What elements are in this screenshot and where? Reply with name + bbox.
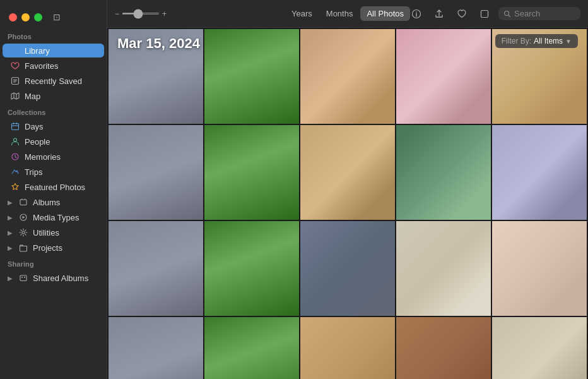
sidebar-item-map[interactable]: Map [3, 89, 104, 103]
photo-cell-14[interactable] [396, 221, 491, 316]
photo-cell-8[interactable] [300, 125, 395, 220]
sidebar-shared-albums-label: Shared Albums [33, 274, 88, 283]
photo-cell-12[interactable] [204, 221, 299, 316]
favorite-button[interactable] [453, 5, 471, 23]
sidebar-item-utilities[interactable]: ▶ Utilities [3, 226, 104, 239]
sidebar-item-favorites[interactable]: Favorites [3, 59, 104, 73]
sidebar-item-trips[interactable]: Trips [3, 165, 104, 179]
photo-cell-10[interactable] [492, 125, 587, 220]
search-box [498, 7, 580, 20]
sidebar-item-library[interactable]: Library [3, 44, 104, 57]
photo-cell-16[interactable] [109, 317, 203, 379]
photo-cell-11[interactable] [109, 221, 203, 316]
media-types-chevron: ▶ [8, 214, 13, 221]
utilities-chevron: ▶ [8, 229, 13, 236]
toolbar-left: − + [115, 9, 167, 18]
sidebar-projects-label: Projects [33, 243, 62, 253]
svg-point-15 [416, 11, 417, 13]
tab-years[interactable]: Years [285, 6, 319, 21]
minimize-button[interactable] [21, 13, 30, 21]
search-input[interactable] [514, 9, 571, 18]
photo-cell-13[interactable] [300, 221, 395, 316]
sidebar-memories-label: Memories [25, 152, 61, 162]
photo-grid-wrapper[interactable]: Filter By: All Items ▼ Mar 15, 2024 [107, 28, 588, 379]
svg-point-6 [14, 138, 17, 141]
photo-cell-1[interactable] [109, 29, 203, 124]
sidebar-media-types-label: Media Types [33, 213, 79, 222]
photo-cell-2[interactable] [204, 29, 299, 124]
photo-cell-17[interactable] [204, 317, 299, 379]
featured-photos-icon [10, 182, 20, 192]
photo-cell-4[interactable] [396, 29, 491, 124]
svg-rect-5 [12, 124, 19, 130]
photo-cell-19[interactable] [396, 317, 491, 379]
zoom-max-icon: + [162, 9, 167, 18]
trips-icon [10, 167, 20, 177]
sidebar-item-recently-saved[interactable]: Recently Saved [3, 74, 104, 88]
svg-point-17 [505, 11, 509, 15]
map-icon [10, 91, 20, 101]
sidebar-featured-photos-label: Featured Photos [25, 183, 85, 192]
zoom-min-icon: − [115, 9, 119, 18]
sidebar-item-albums[interactable]: ▶ Albums [3, 195, 104, 209]
svg-rect-11 [20, 275, 26, 281]
svg-point-13 [24, 277, 25, 278]
people-icon [10, 136, 20, 147]
photos-section-label: Photos [0, 28, 107, 43]
close-button[interactable] [9, 13, 17, 21]
sidebar-item-projects[interactable]: ▶ Projects [3, 241, 104, 255]
info-button[interactable] [408, 5, 425, 23]
main-area: − + Years Months All Photos [107, 0, 588, 379]
svg-rect-1 [16, 47, 20, 51]
svg-rect-0 [11, 47, 15, 51]
sidebar-library-label: Library [25, 46, 50, 56]
media-types-icon [18, 212, 28, 222]
photo-cell-6[interactable] [109, 125, 203, 220]
days-icon [10, 121, 20, 131]
zoom-slider: − + [115, 9, 167, 18]
library-icon [10, 45, 20, 56]
zoom-range-input[interactable] [122, 13, 160, 15]
maximize-button[interactable] [34, 13, 42, 21]
photo-cell-15[interactable] [492, 221, 587, 316]
svg-point-10 [22, 231, 25, 234]
svg-point-12 [21, 277, 23, 278]
sidebar-item-shared-albums[interactable]: ▶ Shared Albums [3, 271, 104, 285]
crop-button[interactable] [476, 5, 493, 23]
sidebar-item-media-types[interactable]: ▶ Media Types [3, 210, 104, 224]
albums-icon [18, 197, 28, 207]
sidebar-item-days[interactable]: Days [3, 119, 104, 133]
recently-saved-icon [10, 76, 20, 86]
sidebar-item-memories[interactable]: Memories [3, 150, 104, 164]
sidebar-item-featured-photos[interactable]: Featured Photos [3, 180, 104, 194]
svg-rect-2 [11, 51, 15, 55]
albums-chevron: ▶ [8, 199, 13, 206]
sidebar-people-label: People [25, 137, 50, 147]
traffic-lights [6, 13, 45, 21]
sidebar-map-label: Map [25, 92, 40, 101]
photo-cell-3[interactable] [300, 29, 395, 124]
filter-value: All Items [534, 37, 563, 45]
tab-all-photos[interactable]: All Photos [360, 6, 410, 21]
sidebar-albums-label: Albums [33, 198, 60, 207]
sidebar: ⊡ Photos Library Favorites [0, 0, 107, 379]
sidebar-utilities-label: Utilities [33, 228, 59, 238]
sidebar-favorites-label: Favorites [25, 61, 58, 71]
tab-group: Years Months All Photos [285, 6, 410, 21]
shared-albums-chevron: ▶ [8, 275, 13, 282]
photo-cell-9[interactable] [396, 125, 491, 220]
toolbar: − + Years Months All Photos [107, 0, 588, 28]
share-button[interactable] [430, 5, 448, 23]
sidebar-trips-label: Trips [25, 167, 42, 177]
photo-cell-20[interactable] [492, 317, 587, 379]
filter-button[interactable]: Filter By: All Items ▼ [495, 34, 578, 48]
photo-cell-7[interactable] [204, 125, 299, 220]
window-icon: ⊡ [50, 10, 64, 24]
projects-icon [18, 243, 28, 253]
sidebar-item-people[interactable]: People [3, 135, 104, 148]
svg-rect-16 [481, 10, 488, 17]
utilities-icon [18, 227, 28, 238]
tab-months[interactable]: Months [320, 6, 360, 21]
photo-cell-18[interactable] [300, 317, 395, 379]
filter-label: Filter By: [502, 37, 531, 45]
